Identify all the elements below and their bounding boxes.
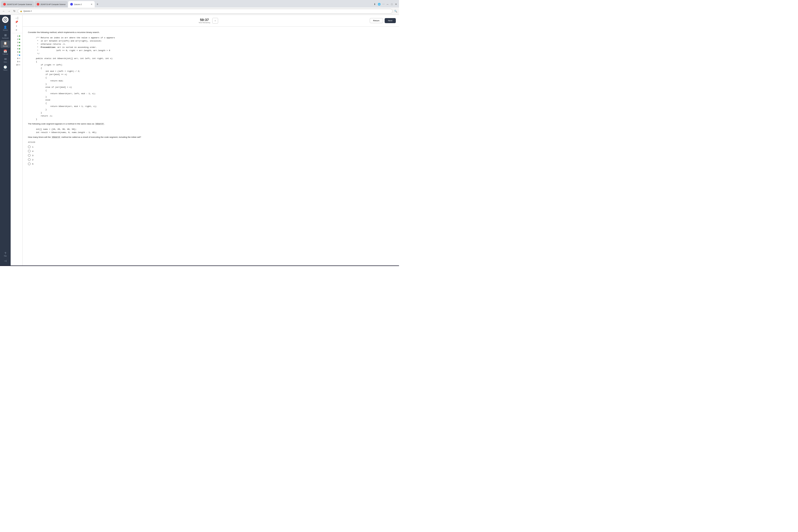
q-dot-10 — [19, 64, 20, 65]
tab-2-label: 20240710 AP Computer Science — [40, 3, 65, 5]
svg-point-1 — [5, 19, 6, 20]
sidebar-bottom: ? Help ⊣ — [1, 251, 10, 264]
tab-3-close-icon[interactable]: ✕ — [91, 3, 93, 5]
choice-5-label: 5 — [32, 163, 33, 165]
sidebar-item-help[interactable]: ? Help — [1, 251, 10, 258]
collapse-timer-button[interactable]: ‹ — [212, 18, 218, 24]
sidebar-item-courses[interactable]: 📋 Courses — [1, 40, 10, 48]
timer-label: Time Remaining — [199, 22, 210, 23]
next-button[interactable]: Next — [385, 18, 396, 23]
q-num-9[interactable]: 9 — [12, 60, 21, 63]
radio-3[interactable] — [28, 154, 31, 157]
search-icon[interactable]: 🔍 — [394, 9, 397, 13]
download-icon[interactable]: ⬇ — [373, 2, 377, 6]
radio-2[interactable] — [28, 150, 31, 152]
code-segment-intro-text: The following code segment appears in a … — [28, 122, 94, 125]
lock-icon: 🔒 — [20, 10, 22, 12]
q-num-2[interactable]: 2 — [12, 38, 21, 40]
top-bar-actions: Return Next — [370, 18, 396, 23]
minimize-button[interactable]: ─ — [386, 2, 390, 6]
sidebar-item-inbox[interactable]: ✉ Inbox — [1, 56, 10, 64]
forward-button[interactable]: → — [7, 9, 11, 13]
sidebar-item-dashboard[interactable]: ⊞ Dashboard — [1, 33, 10, 40]
timer-section: 59:37 Time Remaining — [199, 18, 210, 23]
question-prefix: How many times will the — [28, 136, 51, 138]
note-icon[interactable]: ▪ — [16, 24, 17, 27]
back-button[interactable]: ← — [2, 9, 6, 13]
q-num-8[interactable]: 8 — [12, 57, 21, 60]
app-layout: 👤 Account ⊞ Dashboard 📋 Courses 📅 Calend… — [0, 15, 399, 265]
q-num-10[interactable]: 10 — [12, 63, 21, 66]
q-dot-4 — [19, 45, 20, 46]
question-number-list: 1 2 3 4 5 6 7 8 9 10 — [12, 34, 21, 66]
code-segment: int[] nums = {10, 20, 30, 40, 50}; int r… — [36, 128, 394, 134]
return-button[interactable]: Return — [370, 18, 383, 23]
tab-bar: 20240710 AP Computer Science 20240710 AP… — [0, 0, 399, 7]
q-nav-top: →| 📌 ▪ ≡ — [11, 17, 22, 33]
tab-3[interactable]: Quizzes 2 ✕ — [68, 1, 95, 7]
sidebar-help-label: Help — [4, 255, 7, 257]
sidebar-collapse-button[interactable]: ⊣ — [1, 258, 10, 264]
navigation-bar: ← → ↻ 🔒 Quizzes 2 🔍 — [0, 7, 399, 15]
pin-icon[interactable]: 📌 — [15, 20, 18, 23]
address-bar[interactable]: 🔒 Quizzes 2 — [18, 9, 393, 14]
q-num-7[interactable]: 7 — [12, 54, 21, 56]
sidebar-courses-label: Courses — [3, 45, 8, 47]
q-num-3[interactable]: 3 — [12, 41, 21, 44]
q-dot-1 — [19, 35, 20, 37]
radio-5[interactable] — [28, 163, 31, 165]
choice-5[interactable]: 5 — [28, 163, 394, 165]
tab-1-favicon — [3, 3, 6, 5]
sidebar-item-account[interactable]: 👤 Account — [1, 24, 10, 32]
sidebar-inbox-label: Inbox — [4, 61, 7, 63]
q-num-5[interactable]: 5 — [12, 48, 21, 50]
q-dot-6 — [19, 51, 20, 53]
code-segment-inline: bSearch — [95, 122, 104, 125]
timer-value: 59:37 — [200, 18, 209, 22]
q-num-4[interactable]: 4 — [12, 44, 21, 47]
sidebar-item-history[interactable]: 🕐 History — [1, 64, 10, 72]
quiz-content[interactable]: Consider the following method, which imp… — [23, 26, 399, 265]
history-icon: 🕐 — [3, 65, 7, 69]
tab-3-favicon — [70, 3, 73, 5]
sidebar-account-label: Account — [3, 29, 8, 31]
q-dot-3 — [19, 42, 20, 43]
collapse-icon: ⊣ — [4, 259, 7, 263]
radio-4[interactable] — [28, 158, 31, 161]
new-tab-button[interactable]: + — [95, 2, 99, 6]
url-text: Quizzes 2 — [23, 10, 32, 12]
browser-chrome: 20240710 AP Computer Science 20240710 AP… — [0, 0, 399, 15]
help-icon: ? — [4, 252, 6, 255]
choice-1[interactable]: 1 — [28, 146, 394, 148]
globe-icon[interactable]: 🌐 — [377, 2, 381, 6]
q-dot-2 — [19, 39, 20, 40]
answer-choices: 1 4 3 2 5 — [28, 146, 394, 165]
q-num-1[interactable]: 1 — [12, 35, 21, 37]
code-comment: /** Returns an index in arr where the va… — [36, 36, 394, 55]
question-id: 4CS106 — [28, 141, 394, 144]
taskbar: ⊞ 🔍 搜索 🦊 W ✉ 🌐 ◉ 🖥 26°C 晴朗 ▲ 🔋 🔊 中 19:13… — [0, 265, 399, 266]
list-icon[interactable]: ≡ — [16, 28, 17, 32]
sidebar-item-calendar[interactable]: 📅 Calendar — [1, 49, 10, 56]
code-method: public static int bSearch(int[] arr, int… — [36, 57, 394, 121]
tab-2[interactable]: 20240710 AP Computer Science — [35, 1, 68, 7]
choice-4-label: 2 — [32, 158, 33, 161]
radio-1[interactable] — [28, 146, 31, 148]
q-dot-7 — [19, 55, 20, 56]
tab-3-label: Quizzes 2 — [74, 3, 90, 5]
sidebar-history-label: History — [3, 69, 7, 71]
reload-button[interactable]: ↻ — [12, 9, 17, 13]
close-button[interactable]: ✕ — [394, 2, 398, 6]
choice-4[interactable]: 2 — [28, 158, 394, 161]
q-dot-8 — [19, 58, 20, 59]
choice-3[interactable]: 3 — [28, 154, 394, 157]
tab-1[interactable]: 20240710 AP Computer Science — [1, 1, 34, 7]
q-num-6[interactable]: 6 — [12, 51, 21, 53]
choice-2[interactable]: 4 — [28, 150, 394, 152]
toggle-nav-icon[interactable]: →| — [15, 17, 18, 19]
question-intro: Consider the following method, which imp… — [28, 31, 394, 34]
app-logo[interactable] — [2, 17, 8, 23]
more-options-icon[interactable]: ⋯ — [381, 2, 385, 6]
choice-1-label: 1 — [32, 146, 33, 148]
maximize-button[interactable]: □ — [390, 2, 394, 6]
